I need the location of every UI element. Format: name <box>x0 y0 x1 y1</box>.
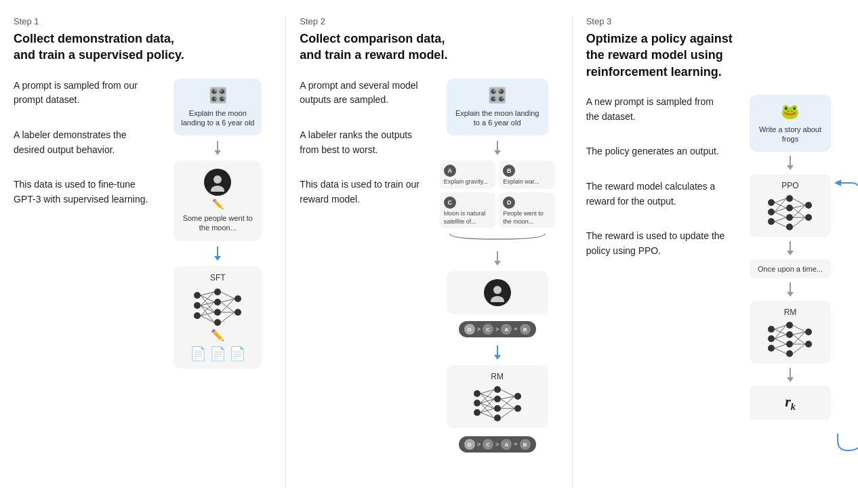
nn-diagram-rm <box>470 384 525 421</box>
rank-b2: B <box>520 439 531 450</box>
output-card-b: B Explain war... <box>499 161 555 189</box>
svg-point-57 <box>786 195 793 202</box>
svg-line-70 <box>793 198 805 205</box>
svg-line-53 <box>501 408 514 418</box>
rank-sep3: = <box>514 326 517 333</box>
svg-point-82 <box>786 350 793 357</box>
svg-point-78 <box>768 345 775 352</box>
step1-column: Step 1 Collect demonstration data,and tr… <box>0 16 286 488</box>
card-text-d: People went to the moon... <box>503 210 551 226</box>
svg-point-1 <box>211 186 224 192</box>
step2-model-label: RM <box>491 372 504 381</box>
svg-point-83 <box>805 329 812 335</box>
ppo-label: PPO <box>781 181 798 190</box>
step3-ppo-box: PPO <box>750 174 831 237</box>
step3-rm-box: RM <box>750 301 831 364</box>
arrow8 <box>787 282 794 297</box>
step2-prompt-label: Explain the moon landing to a 6 year old <box>453 108 542 128</box>
step2-text3: This data is used to train our reward mo… <box>300 177 425 207</box>
step2-prompt-box: 🎛️ Explain the moon landing to a 6 year … <box>447 79 548 136</box>
step2-output-grid: A Explain gravity... B Explain war... C … <box>440 161 555 228</box>
output-text: Once upon a time... <box>758 265 823 273</box>
rank-c: C <box>483 324 493 335</box>
output-card-c: C Moon is natural satellite of... <box>440 192 496 228</box>
ranking-display2: D > C > A = B <box>459 432 536 457</box>
svg-point-55 <box>768 209 775 215</box>
svg-point-0 <box>213 175 222 184</box>
docs-icons: 📄 📄 📄 <box>190 345 246 362</box>
svg-point-29 <box>474 390 481 397</box>
step2-text1: A prompt and several model outputs are s… <box>300 79 425 108</box>
rank-sep5: > <box>495 441 499 448</box>
step2-column: Step 2 Collect comparison data,and train… <box>286 16 572 488</box>
step3-title: Optimize a policy againstthe reward mode… <box>586 30 844 80</box>
step3-prompt-label: Write a story about frogs <box>756 125 824 144</box>
rank-sep6: = <box>514 441 517 448</box>
rank-sep1: > <box>477 326 481 333</box>
arrow9 <box>787 368 794 382</box>
svg-point-36 <box>514 393 521 400</box>
card-text-b: Explain war... <box>503 178 539 186</box>
arrow1 <box>214 141 221 155</box>
step2-title: Collect comparison data,and train a rewa… <box>300 30 558 64</box>
svg-point-84 <box>805 341 812 348</box>
rank-a2: A <box>501 439 512 450</box>
svg-line-26 <box>221 312 234 322</box>
svg-point-77 <box>768 335 775 342</box>
step3-prompt-box: 🐸 Write a story about frogs <box>750 95 831 152</box>
step1-text1: A prompt is sampled from our prompt data… <box>14 79 152 108</box>
badge-a: A <box>444 165 456 177</box>
svg-line-20 <box>201 316 214 322</box>
badge-c: C <box>444 196 456 209</box>
svg-point-76 <box>768 326 775 333</box>
svg-point-34 <box>494 405 501 412</box>
svg-point-81 <box>786 341 793 348</box>
doc-icon-3: 📄 <box>229 345 246 362</box>
step3-texts: A new prompt is sampled from the dataset… <box>586 95 725 420</box>
badge-d: D <box>503 196 515 209</box>
arrow6 <box>787 156 794 170</box>
svg-line-97 <box>793 344 805 354</box>
arrow7 <box>787 241 794 255</box>
svg-point-33 <box>494 396 501 402</box>
step1-title: Collect demonstration data,and train a s… <box>14 30 272 64</box>
ranking-row: D > C > A = B <box>459 321 536 337</box>
ranking-row2: D > C > A = B <box>459 436 536 453</box>
output-card-a: A Explain gravity... <box>440 161 496 189</box>
svg-point-4 <box>194 312 201 319</box>
step2-diagram: 🎛️ Explain the moon landing to a 6 year … <box>436 79 558 457</box>
svg-line-21 <box>221 292 234 299</box>
arrow4 <box>494 251 501 266</box>
svg-line-68 <box>775 217 786 222</box>
svg-point-2 <box>194 292 201 299</box>
rank-b: B <box>520 324 531 335</box>
edit-icon: ✏️ <box>212 198 224 209</box>
svg-point-60 <box>786 224 793 230</box>
feedback-arrow <box>831 129 858 454</box>
rank-c2: C <box>483 439 493 450</box>
svg-point-79 <box>786 322 793 329</box>
svg-line-23 <box>221 302 234 312</box>
svg-point-28 <box>491 296 504 302</box>
svg-point-35 <box>494 415 501 421</box>
svg-line-69 <box>775 222 786 227</box>
prompt-icon: 🎛️ <box>209 87 227 104</box>
svg-point-61 <box>805 202 812 209</box>
step1-texts: A prompt is sampled from our prompt data… <box>14 79 152 369</box>
svg-point-8 <box>214 319 221 326</box>
step3-text3: The reward model calculates a reward for… <box>586 180 725 209</box>
svg-point-37 <box>514 405 521 412</box>
nn-diagram-ppo <box>764 193 815 230</box>
reward-text: rk <box>785 393 796 413</box>
svg-point-62 <box>805 214 812 221</box>
svg-marker-98 <box>834 180 841 186</box>
step3-text4: The reward is used to update the policy … <box>586 229 725 258</box>
arrow3 <box>494 141 501 155</box>
svg-line-75 <box>793 217 805 227</box>
avatar2 <box>484 279 511 306</box>
svg-point-31 <box>474 409 481 416</box>
svg-point-59 <box>786 214 793 221</box>
svg-line-89 <box>775 339 786 344</box>
output-card-d: D People went to the moon... <box>499 192 555 228</box>
step1-model-label: SFT <box>210 273 226 282</box>
